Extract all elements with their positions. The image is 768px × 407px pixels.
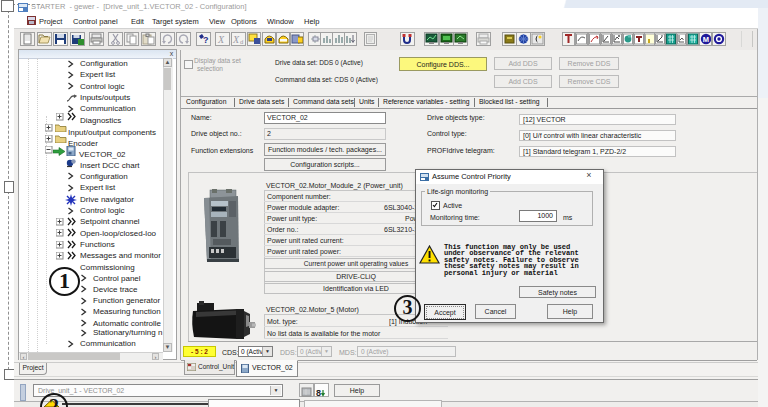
- svg-text:X: X: [232, 34, 240, 45]
- svg-text:?: ?: [203, 35, 209, 45]
- svg-text:8: 8: [316, 388, 321, 398]
- svg-text:M: M: [703, 35, 709, 44]
- svg-text:d: d: [240, 39, 243, 45]
- svg-text:X: X: [217, 34, 225, 45]
